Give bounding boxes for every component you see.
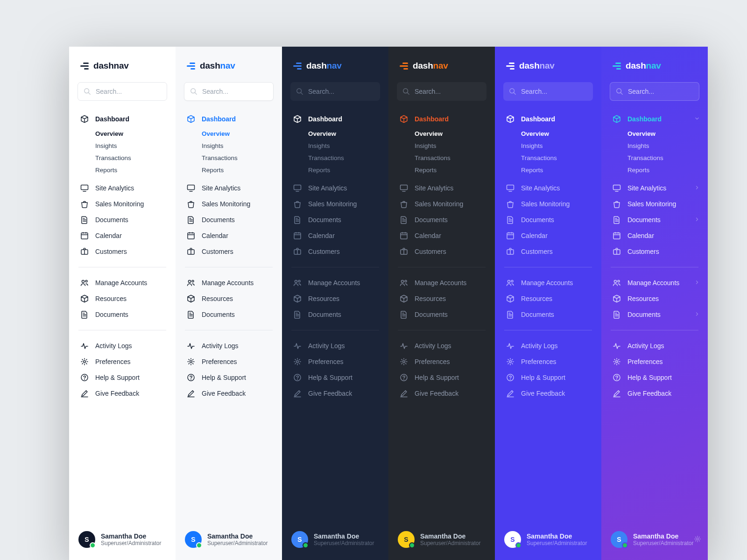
submenu-insights[interactable]: Insights: [202, 140, 282, 152]
sidebar-item-sales[interactable]: Sales Monitoring: [388, 196, 495, 212]
sidebar-item-documents-2[interactable]: Documents: [495, 307, 601, 322]
sidebar-item-documents-2[interactable]: Documents: [282, 307, 388, 322]
sidebar-item-documents[interactable]: Documents: [176, 212, 282, 228]
settings-gear-icon[interactable]: [694, 535, 701, 544]
sidebar-item-calendar[interactable]: Calendar: [282, 228, 388, 244]
sidebar-item-feedback[interactable]: Give Feedback: [495, 385, 601, 401]
sidebar-item-sales[interactable]: Sales Monitoring: [601, 196, 708, 212]
sidebar-item-activity[interactable]: Activity Logs: [388, 338, 495, 354]
submenu-insights[interactable]: Insights: [521, 140, 601, 152]
user-profile[interactable]: S Samantha Doe Superuser/Administrator: [282, 531, 388, 560]
submenu-transactions[interactable]: Transactions: [202, 152, 282, 164]
sidebar-item-analytics[interactable]: Site Analytics: [601, 180, 708, 196]
sidebar-item-help[interactable]: Help & Support: [282, 370, 388, 385]
submenu-reports[interactable]: Reports: [308, 164, 388, 176]
sidebar-item-help[interactable]: Help & Support: [601, 370, 708, 385]
sidebar-item-sales[interactable]: Sales Monitoring: [495, 196, 601, 212]
sidebar-item-activity[interactable]: Activity Logs: [495, 338, 601, 354]
sidebar-item-resources[interactable]: Resources: [601, 291, 708, 307]
search-input[interactable]: Search...: [290, 82, 380, 101]
submenu-reports[interactable]: Reports: [202, 164, 282, 176]
brand-logo[interactable]: dashnav: [388, 60, 495, 72]
submenu-overview[interactable]: Overview: [95, 128, 176, 140]
sidebar-item-documents[interactable]: Documents: [282, 212, 388, 228]
sidebar-item-calendar[interactable]: Calendar: [388, 228, 495, 244]
sidebar-item-documents[interactable]: Documents: [601, 212, 708, 228]
sidebar-item-manage-accounts[interactable]: Manage Accounts: [282, 275, 388, 291]
brand-logo[interactable]: dashnav: [282, 60, 388, 72]
submenu-overview[interactable]: Overview: [308, 128, 388, 140]
sidebar-item-calendar[interactable]: Calendar: [69, 228, 176, 244]
sidebar-item-help[interactable]: Help & Support: [176, 370, 282, 385]
submenu-reports[interactable]: Reports: [627, 164, 708, 176]
submenu-transactions[interactable]: Transactions: [521, 152, 601, 164]
sidebar-item-manage-accounts[interactable]: Manage Accounts: [495, 275, 601, 291]
sidebar-item-customers[interactable]: Customers: [282, 244, 388, 259]
brand-logo[interactable]: dashnav: [176, 60, 282, 72]
sidebar-item-resources[interactable]: Resources: [69, 291, 176, 307]
search-input[interactable]: Search...: [78, 82, 167, 101]
brand-logo[interactable]: dashnav: [69, 60, 176, 72]
sidebar-item-customers[interactable]: Customers: [601, 244, 708, 259]
sidebar-item-analytics[interactable]: Site Analytics: [495, 180, 601, 196]
sidebar-item-feedback[interactable]: Give Feedback: [176, 385, 282, 401]
sidebar-item-dashboard[interactable]: Dashboard: [601, 111, 708, 127]
submenu-insights[interactable]: Insights: [308, 140, 388, 152]
sidebar-item-preferences[interactable]: Preferences: [69, 354, 176, 370]
sidebar-item-analytics[interactable]: Site Analytics: [69, 180, 176, 196]
sidebar-item-manage-accounts[interactable]: Manage Accounts: [69, 275, 176, 291]
sidebar-item-analytics[interactable]: Site Analytics: [176, 180, 282, 196]
sidebar-item-analytics[interactable]: Site Analytics: [388, 180, 495, 196]
sidebar-item-documents[interactable]: Documents: [495, 212, 601, 228]
sidebar-item-sales[interactable]: Sales Monitoring: [282, 196, 388, 212]
sidebar-item-customers[interactable]: Customers: [176, 244, 282, 259]
sidebar-item-resources[interactable]: Resources: [282, 291, 388, 307]
sidebar-item-preferences[interactable]: Preferences: [176, 354, 282, 370]
sidebar-item-help[interactable]: Help & Support: [495, 370, 601, 385]
submenu-insights[interactable]: Insights: [627, 140, 708, 152]
user-profile[interactable]: S Samantha Doe Superuser/Administrator: [601, 531, 708, 560]
sidebar-item-dashboard[interactable]: Dashboard: [69, 111, 176, 127]
brand-logo[interactable]: dashnav: [601, 60, 708, 72]
submenu-reports[interactable]: Reports: [521, 164, 601, 176]
submenu-overview[interactable]: Overview: [627, 128, 708, 140]
sidebar-item-customers[interactable]: Customers: [495, 244, 601, 259]
sidebar-item-preferences[interactable]: Preferences: [601, 354, 708, 370]
submenu-insights[interactable]: Insights: [95, 140, 176, 152]
sidebar-item-documents-2[interactable]: Documents: [176, 307, 282, 322]
sidebar-item-activity[interactable]: Activity Logs: [282, 338, 388, 354]
sidebar-item-help[interactable]: Help & Support: [388, 370, 495, 385]
sidebar-item-dashboard[interactable]: Dashboard: [388, 111, 495, 127]
sidebar-item-customers[interactable]: Customers: [69, 244, 176, 259]
submenu-reports[interactable]: Reports: [415, 164, 495, 176]
sidebar-item-dashboard[interactable]: Dashboard: [495, 111, 601, 127]
sidebar-item-manage-accounts[interactable]: Manage Accounts: [176, 275, 282, 291]
submenu-transactions[interactable]: Transactions: [308, 152, 388, 164]
user-profile[interactable]: S Samantha Doe Superuser/Administrator: [69, 531, 176, 560]
sidebar-item-preferences[interactable]: Preferences: [282, 354, 388, 370]
sidebar-item-documents[interactable]: Documents: [388, 212, 495, 228]
search-input[interactable]: Search...: [503, 82, 593, 101]
sidebar-item-documents-2[interactable]: Documents: [388, 307, 495, 322]
search-input[interactable]: Search...: [610, 82, 699, 101]
sidebar-item-documents-2[interactable]: Documents: [69, 307, 176, 322]
sidebar-item-activity[interactable]: Activity Logs: [69, 338, 176, 354]
sidebar-item-documents-2[interactable]: Documents: [601, 307, 708, 322]
sidebar-item-preferences[interactable]: Preferences: [495, 354, 601, 370]
sidebar-item-preferences[interactable]: Preferences: [388, 354, 495, 370]
sidebar-item-feedback[interactable]: Give Feedback: [388, 385, 495, 401]
sidebar-item-manage-accounts[interactable]: Manage Accounts: [601, 275, 708, 291]
sidebar-item-dashboard[interactable]: Dashboard: [176, 111, 282, 127]
sidebar-item-feedback[interactable]: Give Feedback: [282, 385, 388, 401]
sidebar-item-documents[interactable]: Documents: [69, 212, 176, 228]
user-profile[interactable]: S Samantha Doe Superuser/Administrator: [495, 531, 601, 560]
submenu-overview[interactable]: Overview: [521, 128, 601, 140]
submenu-overview[interactable]: Overview: [202, 128, 282, 140]
sidebar-item-resources[interactable]: Resources: [388, 291, 495, 307]
sidebar-item-calendar[interactable]: Calendar: [176, 228, 282, 244]
user-profile[interactable]: S Samantha Doe Superuser/Administrator: [176, 531, 282, 560]
submenu-reports[interactable]: Reports: [95, 164, 176, 176]
sidebar-item-sales[interactable]: Sales Monitoring: [176, 196, 282, 212]
sidebar-item-dashboard[interactable]: Dashboard: [282, 111, 388, 127]
sidebar-item-activity[interactable]: Activity Logs: [601, 338, 708, 354]
